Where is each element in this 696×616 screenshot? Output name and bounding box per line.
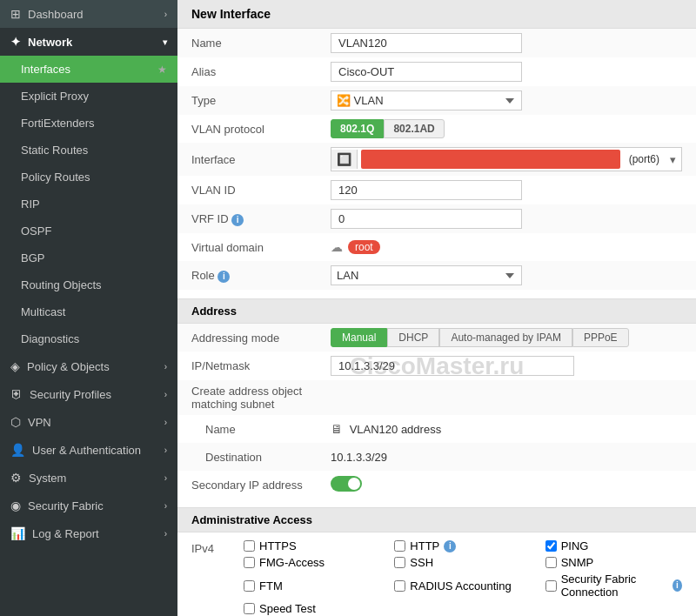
- sidebar-item-log-report[interactable]: 📊 Log & Report ›: [0, 519, 177, 547]
- http-label: HTTP: [410, 539, 439, 552]
- addressing-mode-value: Manual DHCP Auto-managed by IPAM PPPoE: [331, 328, 682, 347]
- name-sub-label: Name: [191, 423, 331, 436]
- role-info-icon[interactable]: i: [218, 271, 230, 283]
- sidebar-item-explicit-proxy[interactable]: Explicit Proxy: [0, 83, 177, 110]
- type-label: Type: [191, 94, 331, 107]
- admin-access-section-header: Administrative Access: [177, 507, 696, 532]
- new-interface-form: New Interface Name Alias Type 🔀 VLAN: [177, 0, 696, 616]
- ipv4-access-row: IPv4 HTTPS HTTP i PING: [177, 532, 696, 616]
- address-icon: 🖥: [331, 422, 343, 436]
- sidebar-item-label: Network: [28, 36, 72, 49]
- sidebar-item-policy-objects[interactable]: ◈ Policy & Objects ›: [0, 352, 177, 380]
- sidebar-item-policy-routes[interactable]: Policy Routes: [0, 164, 177, 191]
- sidebar-item-ospf[interactable]: OSPF: [0, 218, 177, 244]
- snmp-checkbox-item: SNMP: [545, 556, 682, 569]
- https-checkbox-item: HTTPS: [244, 539, 380, 552]
- sidebar-item-diagnostics[interactable]: Diagnostics: [0, 325, 177, 352]
- radius-label: RADIUS Accounting: [410, 579, 511, 593]
- name-input[interactable]: [331, 33, 522, 53]
- interface-label: Interface: [191, 153, 331, 166]
- mode-ipam-button[interactable]: Auto-managed by IPAM: [439, 328, 572, 347]
- addressing-mode-group: Manual DHCP Auto-managed by IPAM PPPoE: [331, 328, 682, 347]
- http-checkbox-item: HTTP i: [394, 539, 531, 552]
- sidebar-item-routing-objects[interactable]: Routing Objects: [0, 271, 177, 298]
- secondary-ip-label: Secondary IP address: [191, 479, 331, 492]
- sidebar-item-multicast[interactable]: Multicast: [0, 298, 177, 325]
- sidebar-item-label: VPN: [28, 416, 51, 429]
- mode-dhcp-button[interactable]: DHCP: [387, 328, 439, 347]
- interface-select-wrapper[interactable]: 🔲 (port6) ▾: [331, 147, 682, 171]
- sidebar-item-label: RIP: [21, 198, 40, 211]
- chevron-right-icon: ›: [164, 418, 167, 427]
- fmg-access-checkbox[interactable]: [244, 557, 255, 568]
- vlan-802-1q-button[interactable]: 802.1Q: [331, 119, 384, 138]
- ftm-checkbox[interactable]: [244, 580, 255, 592]
- alias-value: [331, 62, 682, 82]
- https-checkbox[interactable]: [244, 540, 255, 552]
- ping-checkbox-item: PING: [545, 539, 682, 552]
- sidebar-item-dashboard[interactable]: ⊞ Dashboard ›: [0, 0, 177, 28]
- sidebar-item-security-fabric[interactable]: ◉ Security Fabric ›: [0, 492, 177, 519]
- interface-value: 🔲 (port6) ▾: [331, 147, 682, 171]
- sidebar-item-label: Dashboard: [28, 8, 84, 21]
- security-fabric-info-icon[interactable]: i: [673, 579, 682, 592]
- sidebar-item-label: Diagnostics: [21, 332, 79, 345]
- sidebar-item-label: Log & Report: [32, 527, 99, 540]
- vlan-protocol-label: VLAN protocol: [191, 123, 331, 136]
- alias-input[interactable]: [331, 62, 522, 82]
- sidebar-item-bgp[interactable]: BGP: [0, 244, 177, 271]
- sidebar-item-network[interactable]: ✦ Network ▾: [0, 28, 177, 56]
- sidebar-item-user-auth[interactable]: 👤 User & Authentication ›: [0, 436, 177, 464]
- snmp-checkbox[interactable]: [545, 557, 557, 568]
- ipv4-checkboxes: HTTPS HTTP i PING FMG-Access: [244, 539, 682, 615]
- radius-checkbox[interactable]: [394, 580, 405, 592]
- main-content: New Interface Name Alias Type 🔀 VLAN: [177, 0, 696, 616]
- role-select[interactable]: LAN: [331, 265, 522, 285]
- chevron-down-icon: ▾: [163, 37, 167, 47]
- vlan-protocol-row: VLAN protocol 802.1Q 802.1AD: [177, 115, 696, 143]
- addressing-mode-row: Addressing mode Manual DHCP Auto-managed…: [177, 324, 696, 352]
- speed-test-checkbox[interactable]: [244, 603, 255, 614]
- sidebar-item-label: Multicast: [21, 305, 65, 318]
- secondary-ip-toggle[interactable]: [331, 476, 362, 492]
- chevron-right-icon: ›: [164, 501, 167, 511]
- sidebar-item-interfaces[interactable]: Interfaces ★: [0, 56, 177, 83]
- name-value: [331, 33, 682, 53]
- vlan-id-input[interactable]: [331, 180, 522, 200]
- sidebar-item-security-profiles[interactable]: ⛨ Security Profiles ›: [0, 380, 177, 408]
- vlan-id-value: [331, 180, 682, 200]
- name-row: Name: [177, 29, 696, 57]
- vrf-id-input[interactable]: [331, 209, 522, 229]
- secondary-ip-value: [331, 476, 682, 494]
- sidebar-item-fortiextenders[interactable]: FortiExtenders: [0, 110, 177, 137]
- sidebar-item-label: Static Routes: [21, 144, 88, 157]
- sidebar-item-rip[interactable]: RIP: [0, 191, 177, 218]
- ip-netmask-input[interactable]: [331, 356, 574, 376]
- interface-row: Interface 🔲 (port6) ▾: [177, 143, 696, 176]
- vlan-802-1ad-button[interactable]: 802.1AD: [384, 119, 444, 138]
- sidebar-item-system[interactable]: ⚙ System ›: [0, 464, 177, 492]
- mode-manual-button[interactable]: Manual: [331, 328, 387, 347]
- sidebar-item-vpn[interactable]: ⬡ VPN ›: [0, 408, 177, 436]
- fmg-checkbox-item: FMG-Access: [244, 556, 380, 569]
- ssh-label: SSH: [410, 556, 433, 569]
- vrf-info-icon[interactable]: i: [231, 214, 244, 226]
- sidebar-item-static-routes[interactable]: Static Routes: [0, 137, 177, 164]
- address-section-header: Address: [177, 298, 696, 324]
- sidebar-item-label: Interfaces: [21, 63, 70, 76]
- destination-value: 10.1.3.3/29: [331, 451, 682, 464]
- interface-port-label: (port6): [624, 153, 665, 165]
- ssh-checkbox[interactable]: [394, 557, 405, 568]
- name-sub-value: 🖥 VLAN120 address: [331, 422, 682, 436]
- virtual-domain-value: ☁ root: [331, 240, 682, 254]
- http-checkbox[interactable]: [394, 540, 405, 552]
- ping-checkbox[interactable]: [545, 540, 557, 552]
- user-icon: 👤: [10, 443, 25, 457]
- https-label: HTTPS: [259, 539, 297, 552]
- type-select[interactable]: 🔀 VLAN: [331, 90, 522, 110]
- http-info-icon[interactable]: i: [444, 540, 456, 552]
- alias-label: Alias: [191, 65, 331, 78]
- security-fabric-checkbox[interactable]: [545, 580, 557, 592]
- mode-pppoe-button[interactable]: PPPoE: [572, 328, 629, 347]
- ssh-checkbox-item: SSH: [394, 556, 531, 569]
